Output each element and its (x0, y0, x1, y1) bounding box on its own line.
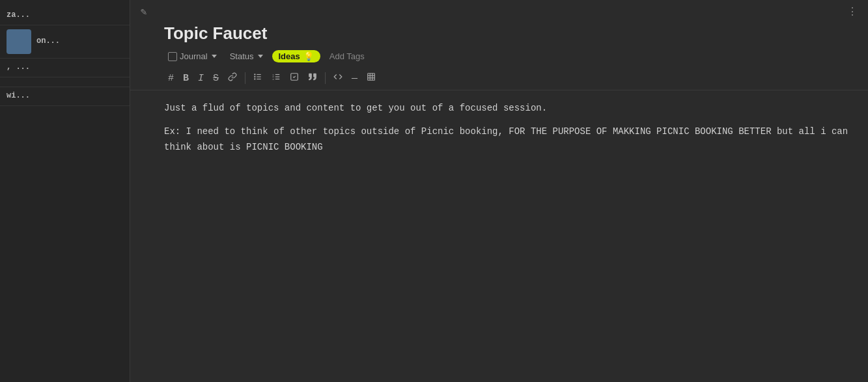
meta-row: Journal Status Ideas 💡 Add Tags (130, 49, 868, 66)
edit-icon[interactable]: ✎ (141, 5, 147, 18)
svg-text:3: 3 (272, 78, 274, 81)
status-chevron-icon (258, 55, 263, 58)
content-line-2: Ex: I need to think of other topics outs… (164, 124, 858, 156)
sidebar-item-3[interactable]: , ... (0, 59, 130, 77)
journal-label: Journal (180, 51, 208, 61)
sidebar-item-2[interactable]: on... (0, 25, 130, 59)
svg-point-3 (254, 74, 255, 75)
bold-button[interactable]: B (179, 72, 193, 85)
checkbox-button[interactable] (286, 70, 303, 86)
tag-label: Ideas (279, 51, 300, 61)
table-button[interactable] (363, 70, 380, 86)
sidebar-item-1-title: za... (7, 10, 123, 20)
ideas-tag[interactable]: Ideas 💡 (272, 50, 320, 62)
sidebar-item-3-title: , ... (7, 62, 123, 72)
journal-icon (168, 52, 177, 61)
toolbar-separator-2 (325, 72, 326, 84)
formatting-toolbar: # B I S 1 2 3 (130, 66, 868, 90)
add-tags-button[interactable]: Add Tags (326, 50, 369, 62)
sidebar-item-5[interactable]: wi... (0, 87, 130, 106)
document-content[interactable]: Just a flud of topics and content to get… (130, 90, 868, 382)
bullet-list-button[interactable] (249, 70, 266, 86)
sidebar-section: za... on... , ... wi... (0, 7, 130, 382)
numbered-list-button[interactable]: 1 2 3 (268, 70, 285, 86)
toolbar-separator-1 (245, 72, 245, 84)
strikethrough-button[interactable]: S (209, 72, 223, 85)
italic-button[interactable]: I (194, 72, 208, 85)
svg-point-5 (254, 78, 255, 79)
bulb-icon: 💡 (303, 51, 314, 61)
journal-chevron-icon (212, 55, 217, 58)
sidebar-item-1[interactable]: za... (0, 7, 130, 25)
status-button[interactable]: Status (226, 50, 267, 62)
divider-button[interactable]: — (348, 72, 361, 85)
more-icon[interactable]: ⋮ (847, 5, 858, 18)
sidebar-item-4[interactable] (0, 77, 130, 87)
svg-point-4 (254, 76, 255, 77)
journal-button[interactable]: Journal (164, 50, 221, 62)
code-button[interactable] (329, 70, 346, 86)
sidebar-item-5-title: wi... (7, 91, 123, 100)
svg-rect-13 (368, 74, 375, 81)
heading-button[interactable]: # (164, 72, 178, 85)
top-bar: ✎ ⋮ (130, 0, 868, 21)
sidebar-item-2-thumb (7, 29, 31, 54)
sidebar: za... on... , ... wi... (0, 0, 130, 382)
link-button[interactable] (224, 70, 241, 86)
quote-button[interactable] (304, 70, 321, 86)
main-content: ✎ ⋮ Topic Faucet Journal Status Ideas 💡 … (130, 0, 868, 382)
document-title[interactable]: Topic Faucet (130, 21, 868, 49)
content-line-1: Just a flud of topics and content to get… (164, 101, 858, 116)
status-label: Status (230, 51, 254, 61)
sidebar-item-2-title: on... (36, 36, 60, 46)
